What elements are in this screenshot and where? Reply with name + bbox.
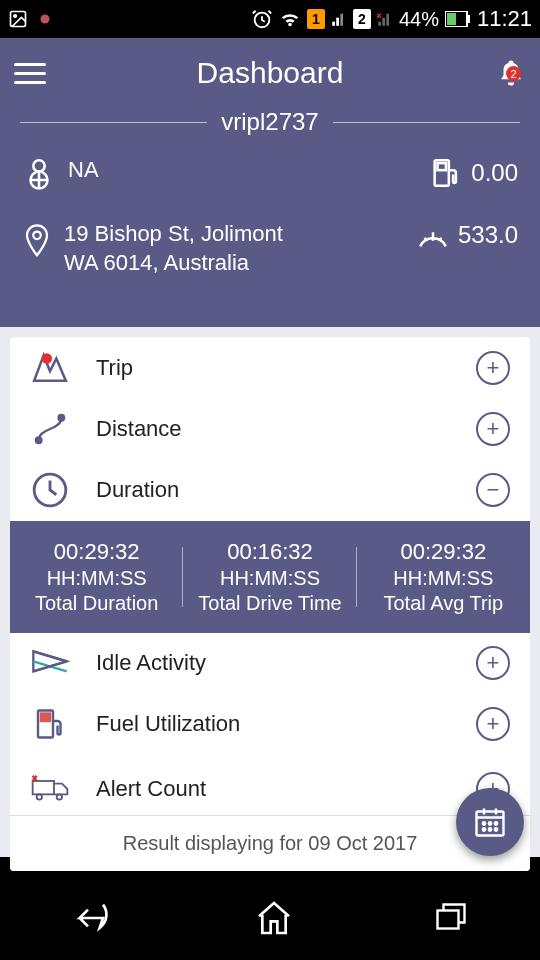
svg-rect-6 <box>467 15 470 23</box>
battery-text: 44% <box>399 8 439 31</box>
expand-button[interactable]: + <box>476 412 510 446</box>
dur-label: Total Drive Time <box>191 592 348 615</box>
list-item-idle[interactable]: Idle Activity + <box>10 633 530 693</box>
recent-button[interactable] <box>431 900 471 936</box>
metrics-list: Trip + Distance + Duration − 00:29:32 HH… <box>10 337 530 871</box>
svg-point-7 <box>33 160 44 171</box>
alert-label: Alert Count <box>96 776 450 802</box>
result-date-bar: Result displaying for 09 Oct 2017 <box>10 815 530 871</box>
notifications-button[interactable]: 2 <box>496 56 526 90</box>
result-text: Result displaying for 09 Oct 2017 <box>123 832 418 854</box>
record-icon <box>36 10 54 28</box>
fuel-util-icon <box>32 705 68 743</box>
battery-icon <box>445 11 471 27</box>
vehicle-id: vripl2737 <box>221 108 318 136</box>
clock-icon <box>31 471 69 509</box>
alarm-icon <box>251 8 273 30</box>
content-area: Trip + Distance + Duration − 00:29:32 HH… <box>0 327 540 857</box>
svg-rect-18 <box>33 781 54 794</box>
dur-label: Total Duration <box>18 592 175 615</box>
svg-point-22 <box>483 822 485 824</box>
driver-info: NA <box>22 156 99 190</box>
notification-badge: 2 <box>506 66 521 81</box>
dur-time: 00:29:32 <box>18 539 175 565</box>
home-button[interactable] <box>254 898 294 938</box>
list-item-duration[interactable]: Duration − <box>10 459 530 521</box>
duration-details: 00:29:32 HH:MM:SS Total Duration 00:16:3… <box>10 521 530 633</box>
svg-point-25 <box>483 828 485 830</box>
distance-label: Distance <box>96 416 450 442</box>
svg-point-12 <box>43 355 51 363</box>
menu-button[interactable] <box>14 63 46 84</box>
fuel-info: 0.00 <box>429 156 518 190</box>
android-status-bar: 1 2 44% 11:21 <box>0 0 540 38</box>
avg-trip-col: 00:29:32 HH:MM:SS Total Avg Trip <box>357 539 530 615</box>
status-right: 1 2 44% 11:21 <box>251 6 532 32</box>
clock-text: 11:21 <box>477 6 532 32</box>
svg-point-20 <box>57 795 62 800</box>
svg-rect-5 <box>447 13 456 25</box>
svg-point-2 <box>41 15 50 24</box>
calendar-fab[interactable] <box>456 788 524 856</box>
distance-icon <box>31 412 69 446</box>
drive-time-col: 00:16:32 HH:MM:SS Total Drive Time <box>183 539 356 615</box>
location-info: 19 Bishop St, Jolimont WA 6014, Australi… <box>22 220 283 277</box>
collapse-button[interactable]: − <box>476 473 510 507</box>
vehicle-id-row: vripl2737 <box>0 108 540 136</box>
expand-button[interactable]: + <box>476 646 510 680</box>
dur-time: 00:16:32 <box>191 539 348 565</box>
dur-format: HH:MM:SS <box>191 567 348 590</box>
signal1-icon <box>331 11 347 27</box>
svg-point-11 <box>33 232 41 240</box>
android-nav-bar <box>0 876 540 960</box>
expand-button[interactable]: + <box>476 351 510 385</box>
address-line2: WA 6014, Australia <box>64 249 283 278</box>
dur-time: 00:29:32 <box>365 539 522 565</box>
svg-point-19 <box>37 795 42 800</box>
odometer-info: 533.0 <box>416 220 518 250</box>
back-button[interactable] <box>69 898 117 938</box>
image-icon <box>8 9 28 29</box>
expand-button[interactable]: + <box>476 707 510 741</box>
app-header: Dashboard 2 vripl2737 NA 0.00 19 Bishop <box>0 38 540 327</box>
fuel-util-label: Fuel Utilization <box>96 711 450 737</box>
dur-format: HH:MM:SS <box>18 567 175 590</box>
list-item-fuel[interactable]: Fuel Utilization + <box>10 693 530 755</box>
idle-icon <box>30 648 70 678</box>
dur-format: HH:MM:SS <box>365 567 522 590</box>
trip-label: Trip <box>96 355 450 381</box>
calendar-icon <box>472 804 508 840</box>
svg-point-14 <box>59 415 65 421</box>
list-item-distance[interactable]: Distance + <box>10 399 530 459</box>
list-item-alert[interactable]: Alert Count + <box>10 755 530 815</box>
status-left <box>8 9 54 29</box>
odometer-value: 533.0 <box>458 221 518 249</box>
driver-name: NA <box>68 156 99 185</box>
home-icon <box>254 898 294 938</box>
driver-icon <box>22 156 56 190</box>
total-duration-col: 00:29:32 HH:MM:SS Total Duration <box>10 539 183 615</box>
idle-label: Idle Activity <box>96 650 450 676</box>
recent-icon <box>431 900 471 936</box>
svg-rect-10 <box>438 163 447 170</box>
trip-icon <box>30 349 70 387</box>
back-icon <box>69 898 117 938</box>
location-icon <box>22 220 52 258</box>
svg-rect-28 <box>438 911 459 929</box>
svg-point-26 <box>489 828 491 830</box>
list-item-trip[interactable]: Trip + <box>10 337 530 399</box>
svg-point-24 <box>495 822 497 824</box>
svg-point-23 <box>489 822 491 824</box>
address-line1: 19 Bishop St, Jolimont <box>64 220 283 249</box>
wifi-icon <box>279 8 301 30</box>
speedometer-icon <box>416 220 450 250</box>
sim1-badge: 1 <box>307 9 325 29</box>
svg-point-13 <box>36 438 42 444</box>
sim2-badge: 2 <box>353 9 371 29</box>
page-title: Dashboard <box>197 56 344 90</box>
svg-rect-17 <box>41 714 50 722</box>
svg-point-1 <box>14 15 16 17</box>
signal2-icon <box>377 11 393 27</box>
dur-label: Total Avg Trip <box>365 592 522 615</box>
duration-label: Duration <box>96 477 450 503</box>
